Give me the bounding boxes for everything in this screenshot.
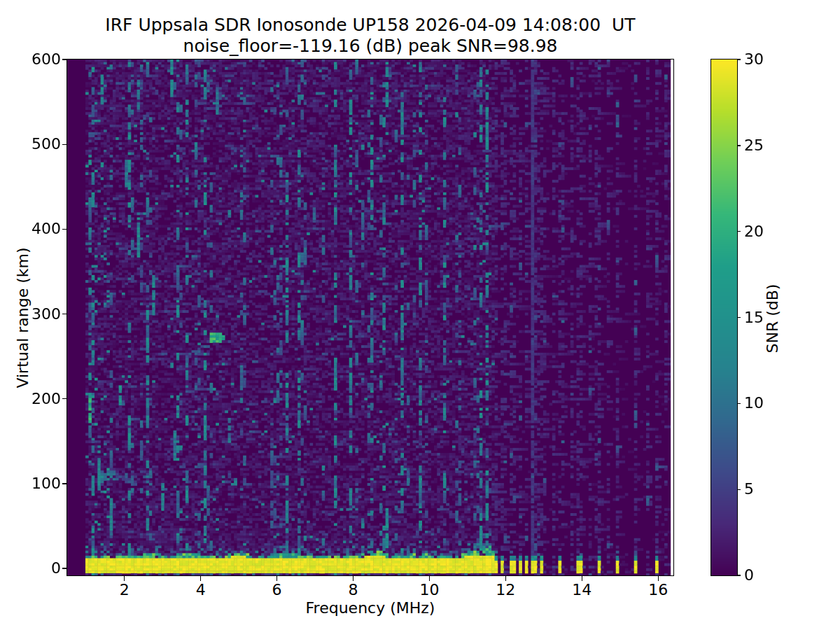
colorbar-label: SNR (dB) (764, 214, 782, 424)
ionogram-heatmap (67, 59, 673, 575)
chart-subtitle: noise_floor=-119.16 (dB) peak SNR=98.98 (0, 36, 741, 56)
y-tick-label: 300 (19, 306, 61, 323)
y-tick-mark (62, 398, 67, 399)
y-tick-mark (62, 314, 67, 314)
x-tick-label: 4 (196, 582, 206, 598)
x-tick-mark (276, 576, 277, 581)
colorbar-tick-label: 10 (744, 395, 764, 412)
colorbar-tick-mark (737, 59, 741, 59)
x-tick-label: 8 (348, 582, 358, 598)
y-tick-label: 200 (19, 391, 61, 407)
colorbar-tick-label: 5 (744, 481, 754, 498)
x-tick-mark (582, 576, 582, 581)
y-tick-mark (62, 483, 67, 484)
colorbar-tick-label: 0 (744, 567, 754, 584)
colorbar-tick-mark (737, 317, 741, 318)
y-tick-mark (62, 144, 67, 145)
colorbar-tick-mark (737, 403, 741, 404)
colorbar-tick-label: 25 (744, 137, 764, 154)
colorbar-tick-label: 15 (744, 309, 764, 326)
y-tick-label: 600 (19, 51, 61, 68)
chart-title: IRF Uppsala SDR Ionosonde UP158 2026-04-… (0, 15, 741, 35)
colorbar-tick-label: 30 (744, 51, 764, 68)
x-tick-label: 6 (272, 582, 282, 598)
colorbar-tick-mark (737, 575, 741, 575)
y-tick-label: 100 (19, 475, 61, 492)
x-axis-label: Frequency (MHz) (67, 599, 673, 617)
x-tick-label: 10 (419, 582, 439, 598)
x-tick-label: 16 (648, 582, 668, 598)
x-tick-mark (429, 576, 430, 581)
y-tick-mark (62, 568, 67, 568)
colorbar-tick-mark (737, 489, 741, 490)
x-tick-label: 12 (496, 582, 515, 598)
colorbar-gradient (711, 59, 737, 575)
colorbar-tick-label: 20 (744, 223, 764, 240)
colorbar-tick-mark (737, 145, 741, 146)
x-tick-mark (658, 576, 659, 581)
colorbar-tick-mark (737, 231, 741, 232)
y-tick-label: 500 (19, 136, 61, 153)
y-tick-mark (62, 229, 67, 230)
x-tick-label: 14 (572, 582, 592, 598)
x-tick-mark (124, 576, 125, 581)
x-tick-label: 2 (120, 582, 130, 598)
y-tick-label: 0 (19, 560, 61, 577)
y-tick-mark (62, 59, 67, 59)
x-tick-mark (200, 576, 201, 581)
ionogram-figure: IRF Uppsala SDR Ionosonde UP158 2026-04-… (0, 0, 840, 630)
x-tick-mark (353, 576, 354, 581)
y-tick-label: 400 (19, 220, 61, 237)
x-tick-mark (505, 576, 506, 581)
